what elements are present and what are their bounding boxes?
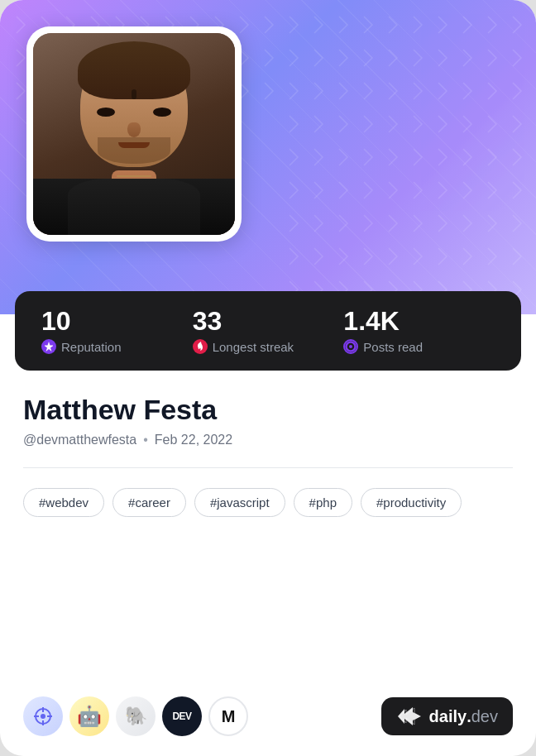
svg-point-1 [349,345,352,348]
avatar-container [26,26,242,242]
daily-dev-logo: daily . dev [381,697,513,735]
posts-value: 1.4K [343,308,495,334]
dev-badge-text: DEV [172,711,191,722]
meta-separator: • [143,433,148,447]
posts-label-row: Posts read [343,339,495,354]
badge-elephant: 🐘 [116,696,156,736]
streak-label: Longest streak [213,340,294,354]
branding-dev: dev [471,707,498,726]
avatar [33,33,235,235]
svg-point-3 [41,714,45,719]
stat-item-posts: 1.4K Posts read [343,308,495,354]
tag-career[interactable]: #career [112,488,186,517]
profile-meta: @devmatthewfesta • Feb 22, 2022 [23,433,513,447]
branding-daily: daily [429,707,467,726]
streak-icon [193,339,208,354]
profile-divider [23,467,513,468]
reputation-label-row: Reputation [41,339,193,354]
badge-crosshair [23,696,63,736]
reputation-value: 10 [41,308,193,334]
reputation-icon [41,339,56,354]
stat-item-reputation: 10 Reputation [41,308,193,354]
profile-banner [0,0,536,314]
badge-dev: DEV [162,696,202,736]
badge-robot: 🤖 [69,696,109,736]
stat-item-streak: 33 Longest streak [193,308,344,354]
tag-productivity[interactable]: #productivity [361,488,462,517]
profile-card: 10 Reputation 33 Longest streak [0,0,536,756]
profile-content: Matthew Festa @devmatthewfesta • Feb 22,… [0,371,536,756]
username: @devmatthewfesta [23,433,136,447]
tag-webdev[interactable]: #webdev [23,488,104,517]
posts-label: Posts read [363,340,423,354]
streak-label-row: Longest streak [193,339,344,354]
badge-medium: M [208,696,248,736]
tag-javascript[interactable]: #javascript [194,488,285,517]
stats-bar: 10 Reputation 33 Longest streak [15,291,521,371]
tag-php[interactable]: #php [294,488,352,517]
footer-row: 🤖 🐘 DEV M [23,696,513,736]
streak-value: 33 [193,308,344,334]
posts-icon [343,339,358,354]
badges-row: 🤖 🐘 DEV M [23,696,248,736]
daily-dev-text: daily . dev [429,707,498,726]
joined-date: Feb 22, 2022 [155,433,232,447]
daily-dev-icon [396,706,423,727]
reputation-label: Reputation [61,340,122,354]
tags-section: #webdev #career #javascript #php #produc… [23,488,513,517]
profile-name: Matthew Festa [23,394,513,426]
